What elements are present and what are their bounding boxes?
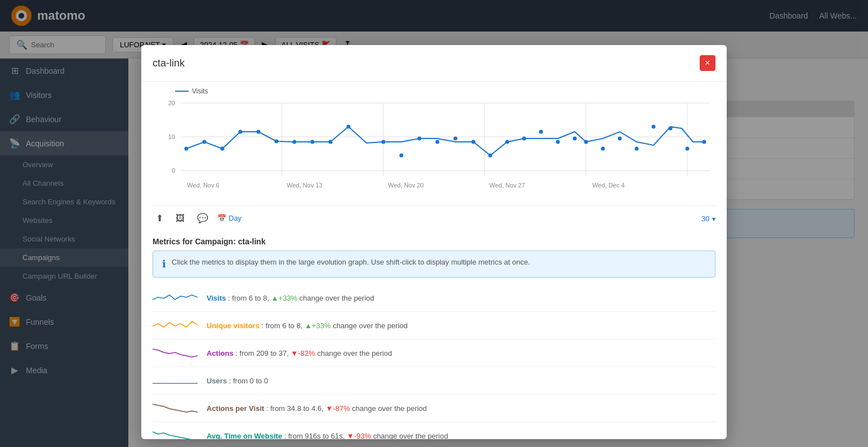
svg-text:Wed, Nov 20: Wed, Nov 20 — [388, 182, 423, 189]
svg-text:0: 0 — [172, 167, 175, 174]
metric-name: Avg. Time on Website — [207, 432, 282, 440]
data-point — [347, 125, 351, 129]
metric-name: Actions — [207, 349, 234, 357]
chart-svg-wrapper: 20 10 0 Wed, Nov 6 Wed, Nov 13 Wed, Nov … — [153, 97, 715, 193]
data-point — [400, 154, 404, 158]
metric-row-actions-per-visit[interactable]: Actions per Visit : from 34.8 to 4.6, ▼-… — [153, 395, 715, 422]
svg-text:Wed, Dec 4: Wed, Dec 4 — [592, 182, 624, 189]
modal-title: cta-link — [153, 57, 185, 69]
metric-name: Visits — [207, 294, 226, 302]
rows-dropdown-icon[interactable]: ▾ — [712, 215, 715, 223]
metric-label-avg-time: Avg. Time on Website : from 916s to 61s,… — [207, 432, 448, 440]
chart-svg: 20 10 0 Wed, Nov 6 Wed, Nov 13 Wed, Nov … — [153, 97, 715, 193]
data-point — [573, 137, 577, 141]
data-point — [382, 140, 386, 144]
metric-label-users: Users : from 0 to 0 — [207, 377, 268, 385]
data-point — [669, 127, 673, 131]
data-point — [275, 140, 279, 144]
calendar-small-icon: 📅 — [217, 214, 226, 222]
metric-change: ▼-87% — [325, 404, 350, 413]
metric-label-actions: Actions : from 209 to 37, ▼-82% change o… — [207, 349, 392, 357]
chart-legend: Visits — [153, 87, 715, 95]
data-point — [686, 147, 690, 151]
sparkline-unique-visitors — [153, 315, 198, 336]
metric-row-actions[interactable]: Actions : from 209 to 37, ▼-82% change o… — [153, 339, 715, 367]
metric-detail-text: : from 6 to 8, — [228, 294, 269, 302]
rows-count[interactable]: 30 — [701, 214, 709, 223]
metric-label-unique-visitors: Unique visitors : from 6 to 8, ▲+33% cha… — [207, 321, 408, 330]
data-point — [472, 140, 476, 144]
svg-text:Wed, Nov 27: Wed, Nov 27 — [489, 182, 525, 189]
metrics-list: Visits : from 6 to 8, ▲+33% change over … — [153, 284, 715, 439]
modal-header: cta-link × — [141, 45, 727, 82]
data-point — [556, 140, 560, 144]
data-point — [522, 137, 526, 141]
metric-row-visits[interactable]: Visits : from 6 to 8, ▲+33% change over … — [153, 284, 715, 312]
data-point — [489, 154, 493, 158]
metrics-section-title: Metrics for Campaign: cta-link — [153, 237, 715, 246]
rows-selector[interactable]: 30 ▾ — [701, 213, 715, 224]
metric-name: Users — [207, 377, 227, 385]
metric-detail-text: : from 0 to 0 — [229, 377, 268, 385]
data-point — [436, 140, 440, 144]
metrics-info-box: ℹ Click the metrics to display them in t… — [153, 251, 715, 278]
data-point — [635, 147, 639, 151]
data-point — [418, 137, 422, 141]
metric-detail-text: : from 6 to 8, — [262, 321, 303, 330]
sparkline-visits — [153, 288, 198, 308]
sparkline-actions — [153, 343, 198, 363]
metric-label-visits: Visits : from 6 to 8, ▲+33% change over … — [207, 294, 374, 302]
metric-suffix-text: change over the period — [373, 432, 448, 440]
data-point — [221, 147, 225, 151]
metric-suffix-text: change over the period — [317, 349, 392, 357]
data-point — [618, 137, 622, 141]
data-point — [239, 130, 243, 134]
chart-toolbar: ⬆ 🖼 💬 📅 Day 30 ▾ — [153, 205, 715, 230]
metric-change: ▲+33% — [305, 321, 330, 330]
data-point — [454, 137, 458, 141]
data-point — [505, 140, 509, 144]
sparkline-users — [153, 370, 198, 391]
svg-text:Wed, Nov 6: Wed, Nov 6 — [187, 182, 219, 189]
sparkline-actions-per-visit — [153, 398, 198, 418]
chart-line — [186, 127, 704, 155]
modal-close-button[interactable]: × — [700, 55, 715, 71]
campaign-detail-modal: cta-link × Visits 20 — [141, 45, 727, 439]
metric-label-actions-per-visit: Actions per Visit : from 34.8 to 4.6, ▼-… — [207, 404, 427, 413]
metric-detail-text: : from 34.8 to 4.6, — [266, 404, 324, 413]
metric-name: Actions per Visit — [207, 404, 264, 413]
data-point — [539, 130, 543, 134]
image-button[interactable]: 🖼 — [172, 211, 188, 226]
metric-change: ▲+33% — [271, 294, 297, 302]
export-button[interactable]: ⬆ — [153, 211, 167, 226]
data-point — [703, 140, 706, 144]
comment-button[interactable]: 💬 — [194, 211, 212, 226]
svg-text:Wed, Nov 13: Wed, Nov 13 — [287, 182, 322, 189]
metric-suffix-text: change over the period — [299, 294, 374, 302]
svg-text:20: 20 — [168, 100, 175, 106]
metric-detail-text: : from 209 to 37, — [235, 349, 289, 357]
chart-legend-label: Visits — [192, 87, 208, 95]
data-point — [257, 130, 261, 134]
metric-row-unique-visitors[interactable]: Unique visitors : from 6 to 8, ▲+33% cha… — [153, 312, 715, 339]
modal-overlay[interactable]: cta-link × Visits 20 — [0, 0, 868, 447]
metric-change: ▼-82% — [291, 349, 315, 357]
data-point — [601, 147, 605, 151]
metric-row-users[interactable]: Users : from 0 to 0 — [153, 367, 715, 395]
data-point — [584, 140, 588, 144]
metric-suffix-text: change over the period — [352, 404, 427, 413]
data-point — [652, 125, 656, 129]
chart-container: Visits 20 10 0 — [153, 87, 715, 200]
metric-change: ▼-93% — [347, 432, 371, 440]
metric-detail-text: : from 916s to 61s, — [284, 432, 345, 440]
data-point — [185, 147, 189, 151]
day-selector-button[interactable]: 📅 Day — [217, 214, 241, 222]
metric-suffix-text: change over the period — [333, 321, 408, 330]
metric-row-avg-time[interactable]: Avg. Time on Website : from 916s to 61s,… — [153, 422, 715, 439]
modal-body: Visits 20 10 0 — [141, 87, 727, 439]
data-point — [329, 140, 333, 144]
data-point — [311, 140, 315, 144]
chart-legend-line — [175, 91, 189, 92]
sparkline-avg-time — [153, 426, 198, 439]
data-point — [293, 140, 297, 144]
